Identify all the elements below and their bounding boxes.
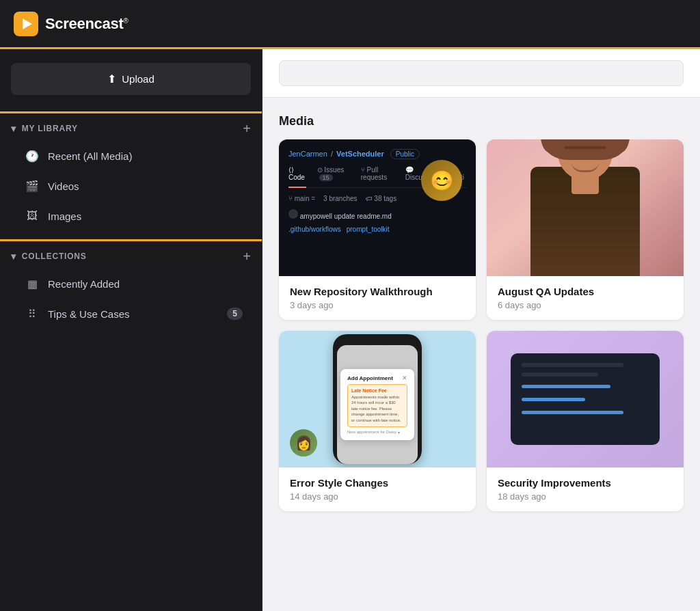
dark-line-1	[522, 363, 623, 367]
portrait-thumbnail	[487, 139, 684, 276]
modal-box: Add Appointment ✕ Late Notice Fee Appoin…	[340, 369, 414, 440]
app-name-text: Screencast	[45, 15, 123, 32]
logo-icon	[14, 12, 38, 36]
media-grid: JenCarmen / VetScheduler Public ⟨⟩ Code …	[279, 139, 684, 511]
dark-lines-group	[522, 385, 649, 420]
repo-thumbnail: JenCarmen / VetScheduler Public ⟨⟩ Code …	[279, 139, 476, 276]
modal-footer-text: New appointment for Daisy	[347, 430, 396, 434]
card-title-qa: August QA Updates	[498, 286, 673, 297]
collections-label: COLLECTIONS	[22, 252, 87, 261]
sidebar-item-images-label: Images	[48, 211, 81, 222]
repo-branches-count: 3 branches	[323, 195, 357, 202]
repo-tags: 🏷 38 tags	[366, 195, 397, 202]
my-library-section-header: ▾ MY LIBRARY +	[0, 111, 262, 141]
card-date-qa: 6 days ago	[498, 300, 673, 310]
card-info-qa: August QA Updates 6 days ago	[487, 276, 684, 320]
top-bar: Screencast®	[0, 0, 700, 49]
phone-frame: Add Appointment ✕ Late Notice Fee Appoin…	[333, 334, 422, 464]
main-layout: ⬆ Upload ▾ MY LIBRARY + 🕐 Recent (All Me…	[0, 49, 700, 611]
media-card-repo-walkthrough[interactable]: JenCarmen / VetScheduler Public ⟨⟩ Code …	[279, 139, 476, 320]
content-area: Media JenCarmen / VetScheduler Public	[262, 49, 700, 611]
dark-accent-line-2	[522, 398, 585, 401]
modal-alert: Late Notice Fee Appointments made within…	[347, 384, 407, 427]
modal-footer: New appointment for Daisy ▾	[347, 430, 407, 435]
sidebar-item-images[interactable]: 🖼 Images	[5, 202, 256, 230]
my-library-title: ▾ MY LIBRARY	[11, 123, 78, 134]
commit-user: amypowell	[300, 213, 332, 220]
issues-count-badge: 15	[319, 174, 333, 181]
collection-icon-2: ⠿	[25, 306, 40, 321]
media-section-label: Media	[279, 114, 684, 128]
sidebar-item-videos[interactable]: 🎬 Videos	[5, 172, 256, 200]
repo-tab-code: ⟨⟩ Code	[288, 166, 306, 188]
phone-notch	[364, 340, 391, 345]
card-title-error-style: Error Style Changes	[290, 477, 465, 489]
clock-icon: 🕐	[25, 148, 40, 163]
card-thumbnail-dark-ui	[487, 331, 684, 467]
my-library-label: MY LIBRARY	[22, 124, 78, 133]
sidebar-item-recent-label: Recent (All Media)	[48, 150, 132, 162]
chevron-down-icon-2: ▾	[11, 251, 16, 262]
upload-label: Upload	[122, 73, 154, 85]
card-date-repo: 3 days ago	[290, 300, 465, 310]
media-card-august-qa[interactable]: August QA Updates 6 days ago	[487, 139, 684, 320]
repo-file1: .github/workflows	[288, 226, 341, 233]
add-collection-button[interactable]: +	[243, 249, 251, 263]
sidebar-item-recently-added[interactable]: ▦ Recently Added	[5, 269, 256, 298]
search-input[interactable]	[279, 60, 684, 86]
content-body: Media JenCarmen / VetScheduler Public	[262, 98, 700, 611]
phone-thumbnail: 👩 Add Appointment ✕	[279, 331, 476, 467]
card-title-repo: New Repository Walkthrough	[290, 286, 465, 297]
card-info-repo: New Repository Walkthrough 3 days ago	[279, 276, 476, 320]
commit-message: update readme.md	[334, 213, 392, 220]
phone-screen: Add Appointment ✕ Late Notice Fee Appoin…	[337, 345, 418, 464]
repo-path-user: JenCarmen	[288, 150, 327, 158]
repo-path-name: VetScheduler	[336, 150, 384, 158]
portrait-bg	[487, 139, 684, 276]
media-card-security[interactable]: Security Improvements 18 days ago	[487, 331, 684, 511]
sidebar-item-tips-use-cases[interactable]: ⠿ Tips & Use Cases 5	[5, 299, 256, 328]
card-title-security: Security Improvements	[498, 477, 673, 489]
collections-title: ▾ COLLECTIONS	[11, 251, 87, 262]
card-thumbnail-portrait	[487, 139, 684, 276]
repo-badge: Public	[390, 149, 420, 159]
repo-file2: prompt_toolkit	[347, 226, 390, 233]
person-smile	[571, 162, 599, 172]
sidebar: ⬆ Upload ▾ MY LIBRARY + 🕐 Recent (All Me…	[0, 49, 262, 611]
card-info-security: Security Improvements 18 days ago	[487, 467, 684, 511]
avatar-emoji: 😊	[430, 169, 454, 192]
card-info-error-style: Error Style Changes 14 days ago	[279, 467, 476, 511]
modal-overlay: Add Appointment ✕ Late Notice Fee Appoin…	[337, 345, 418, 464]
sidebar-item-recent[interactable]: 🕐 Recent (All Media)	[5, 141, 256, 170]
upload-button[interactable]: ⬆ Upload	[11, 63, 251, 95]
logo: Screencast®	[14, 12, 129, 36]
modal-header: Add Appointment ✕	[347, 375, 407, 381]
modal-title: Add Appointment	[347, 375, 393, 381]
repo-path: JenCarmen / VetScheduler Public	[288, 149, 466, 159]
modal-close-icon: ✕	[402, 375, 407, 381]
chevron-down-icon: ▾	[11, 123, 16, 134]
tips-use-cases-badge: 5	[227, 308, 243, 320]
repo-branch-meta: ⑂ main =	[288, 195, 315, 202]
add-library-button[interactable]: +	[243, 122, 251, 135]
app-name: Screencast®	[45, 15, 129, 33]
person-avatar-bottom-left: 👩	[290, 429, 317, 457]
collection-icon: ▦	[25, 276, 40, 291]
collections-section-header: ▾ COLLECTIONS +	[0, 239, 262, 269]
chevron-down-icon-3: ▾	[398, 430, 400, 435]
app-logo-symbol: ®	[123, 16, 128, 24]
repo-commit: amypowell update readme.md	[288, 209, 466, 220]
recently-added-label: Recently Added	[48, 278, 120, 290]
modal-alert-title: Late Notice Fee	[351, 388, 403, 393]
repo-files: .github/workflows prompt_toolkit	[288, 226, 466, 233]
avatar: 😊	[421, 160, 462, 201]
dark-ui-thumbnail	[487, 331, 684, 467]
dark-panel	[511, 353, 660, 445]
repo-tab-pulls: ⑂ Pull requests	[361, 166, 394, 182]
media-card-error-style[interactable]: 👩 Add Appointment ✕	[279, 331, 476, 511]
card-thumbnail-phone: 👩 Add Appointment ✕	[279, 331, 476, 467]
content-header	[262, 49, 700, 98]
card-date-error-style: 14 days ago	[290, 491, 465, 502]
repo-tab-issues: ⊙ Issues 15	[317, 166, 350, 182]
dark-accent-line-3	[522, 411, 623, 414]
